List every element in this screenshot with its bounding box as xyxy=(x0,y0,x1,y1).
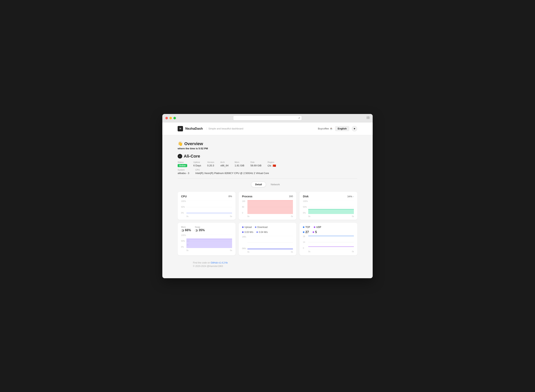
network-chart-inner xyxy=(247,236,293,250)
svg-marker-11 xyxy=(247,200,293,214)
app-window: ↺ H NezhaDash Simple and beautiful dashb… xyxy=(162,114,373,278)
footer-line1: Find the code on GitHub v1.4.2-fix xyxy=(193,261,342,264)
network-x-labels: 0s 0s xyxy=(247,251,293,253)
mem-value: 1.81 GiB xyxy=(235,164,244,167)
process-x-labels: 0s 0s xyxy=(247,215,293,217)
udp-dot xyxy=(314,226,315,228)
region-value: CN 🇨🇳 xyxy=(268,164,276,167)
cpu-chart-inner xyxy=(186,200,232,214)
tab-detail[interactable]: Detail xyxy=(251,182,266,187)
time-prefix: where the time is xyxy=(178,147,198,150)
upload-label: Upload xyxy=(245,226,252,229)
arch-value: x86_64 xyxy=(220,164,228,167)
github-link[interactable]: GitHub v1.4.2-fix xyxy=(211,261,228,264)
svg-rect-2 xyxy=(367,118,368,119)
close-button[interactable] xyxy=(165,117,168,119)
tcpudp-y-labels: 28 14 0 xyxy=(303,235,305,249)
disk-card-value: 34%› xyxy=(347,195,354,198)
wave-emoji: 👋 xyxy=(178,141,183,146)
main-content: 👋 Overview where the time is 5:52 PM ← A… xyxy=(162,135,373,278)
theme-icon: ✦ xyxy=(353,127,356,130)
address-bar[interactable]: ↺ xyxy=(233,116,302,121)
overview-heading: 👋 Overview xyxy=(178,141,357,146)
header-actions: Buycoffee ☕ English ✦ xyxy=(318,126,357,131)
region-label: Region xyxy=(268,161,276,163)
download-item: Download xyxy=(255,226,268,229)
upload-item: Upload xyxy=(242,226,252,229)
reload-icon[interactable]: ↺ xyxy=(298,117,300,120)
app-tagline: Simple and beautiful dashboard xyxy=(207,127,243,130)
divider xyxy=(178,178,357,179)
mem-chart: 100% 50% 0% 50% 0% xyxy=(181,234,232,252)
disk-x-labels: 0s 0s xyxy=(308,215,354,217)
download-value-item: 0.04 M/s xyxy=(256,231,268,233)
mem-card-header: Mem ◑ 66% Swap ◑ 35% xyxy=(181,226,232,232)
back-button[interactable]: ← xyxy=(178,154,182,159)
cpu-y-labels: 100% 50% 0% xyxy=(181,200,186,214)
disk-card-header: Disk 34%› xyxy=(303,195,354,198)
process-chart-inner xyxy=(247,200,293,214)
udp-val-dot xyxy=(313,231,314,233)
disk-item: Disk 58.69 GiB xyxy=(251,161,262,167)
tabs: Detail Network xyxy=(178,182,357,187)
tcpudp-values: 27 5 xyxy=(303,230,354,234)
disk-chart: 100% 50% 0% xyxy=(303,200,354,217)
cpu-card: CPU 8% 100% 50% 0% xyxy=(178,192,236,220)
status-item: Status Online xyxy=(178,161,187,167)
upload-value-item: 0.03 M/s xyxy=(242,231,253,233)
svg-marker-7 xyxy=(186,213,232,214)
udp-item: UDP xyxy=(314,226,321,229)
network-y-labels: 1M/s 0M/s xyxy=(242,236,246,250)
server-meta-row2: System alibaba - 3 CPU Intel(R) Xeon(R) … xyxy=(178,169,357,175)
cpu-card-title: CPU xyxy=(181,195,187,198)
cpu-card-value: 8% xyxy=(228,195,232,198)
logo-box: H xyxy=(178,126,183,131)
cpu-spec-label: CPU xyxy=(195,169,269,171)
logo-area: H NezhaDash Simple and beautiful dashboa… xyxy=(178,126,243,131)
server-meta-row1: Status Online Uptime 6 Days Version 0.20… xyxy=(178,161,357,167)
tcp-value-item: 27 xyxy=(303,230,309,234)
server-name: Ali-Core xyxy=(184,154,200,159)
cpu-spec-value: Intel(R) Xeon(R) Platinum 8269CY CPU @ 2… xyxy=(195,172,269,175)
mem-item: Mem 1.81 GiB xyxy=(235,161,244,167)
network-card-header: Upload Download xyxy=(242,226,293,229)
tcp-label: TCP xyxy=(305,226,310,229)
window-controls xyxy=(367,116,370,120)
buycoffee-button[interactable]: Buycoffee ☕ xyxy=(318,127,333,130)
svg-marker-21 xyxy=(186,239,232,248)
language-button[interactable]: English xyxy=(335,126,349,131)
theme-toggle-button[interactable]: ✦ xyxy=(352,126,357,131)
cpu-x-labels: 0s 0s xyxy=(186,215,232,217)
overview-time: where the time is 5:52 PM xyxy=(178,147,357,150)
tcp-dot xyxy=(303,226,304,228)
disk-label: Disk xyxy=(251,161,262,163)
svg-rect-0 xyxy=(367,116,368,118)
download-value: 0.04 M/s xyxy=(259,231,268,233)
version-item: Version 0.20.3 xyxy=(207,161,214,167)
disk-value: 58.69 GiB xyxy=(251,164,262,167)
mem-y-labels: 100% 50% 0% xyxy=(181,234,186,248)
tab-network[interactable]: Network xyxy=(267,182,284,187)
disk-y-labels: 100% 50% 0% xyxy=(303,200,308,214)
minimize-button[interactable] xyxy=(169,117,172,119)
tcp-item: TCP xyxy=(303,226,310,229)
system-item: System alibaba - 3 xyxy=(178,169,189,175)
maximize-button[interactable] xyxy=(173,117,176,119)
udp-value: 5 xyxy=(315,230,317,234)
mem-value-display: ◑ 66% xyxy=(181,228,191,232)
mem-sub-item: Mem ◑ 66% xyxy=(181,226,191,232)
udp-value-item: 5 xyxy=(313,230,317,234)
mem-x-labels: 0s 0s xyxy=(186,249,232,252)
app-header: H NezhaDash Simple and beautiful dashboa… xyxy=(162,122,373,135)
cpu-card-header: CPU 8% xyxy=(181,195,232,198)
coffee-icon: ☕ xyxy=(330,127,333,130)
cards-row1: CPU 8% 100% 50% 0% xyxy=(178,192,357,220)
arch-item: Arch x86_64 xyxy=(220,161,228,167)
download-dot xyxy=(255,226,256,228)
network-chart: 1M/s 0M/s xyxy=(242,236,293,253)
tcpudp-x-labels: 0s 0s xyxy=(308,251,354,253)
status-badge: Online xyxy=(178,164,187,167)
udp-label: UDP xyxy=(316,226,321,229)
titlebar: ↺ xyxy=(162,114,373,122)
region-item: Region CN 🇨🇳 xyxy=(268,161,276,167)
